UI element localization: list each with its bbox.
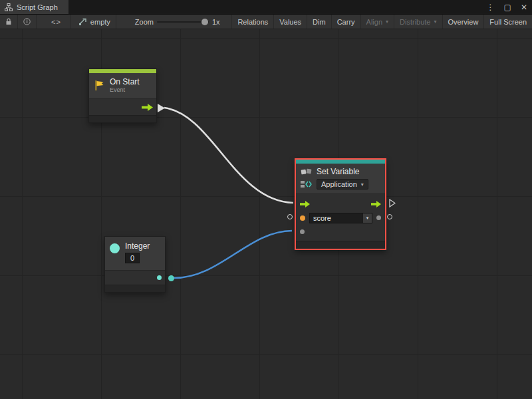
- align-dropdown-icon: ▾: [386, 19, 388, 25]
- on-start-header: On Start Event: [89, 73, 156, 98]
- scope-dropdown-icon: ▾: [361, 182, 364, 188]
- node-set-variable[interactable]: Set Variable Application ▾: [295, 158, 386, 250]
- flow-output-port[interactable]: [371, 201, 381, 207]
- on-start-title: On Start: [110, 78, 140, 86]
- set-variable-footer: [296, 241, 385, 249]
- title-bar: Script Graph ⋮ ▢ ✕: [0, 0, 532, 15]
- variable-name-dropdown-icon[interactable]: ▾: [362, 213, 372, 223]
- tab-title: Script Graph: [17, 3, 58, 11]
- variable-name-value: score: [310, 214, 362, 222]
- variable-output-port[interactable]: [376, 215, 381, 220]
- zoom-value: 1x: [212, 18, 220, 26]
- window-menu-icon[interactable]: ⋮: [482, 0, 499, 15]
- maximize-icon[interactable]: ▢: [499, 0, 516, 15]
- values-button[interactable]: Values: [274, 15, 307, 29]
- set-variable-header: Set Variable Application ▾: [296, 164, 385, 194]
- flag-icon: [94, 80, 105, 91]
- close-icon[interactable]: ✕: [516, 0, 532, 15]
- info-icon: [23, 18, 31, 25]
- pointer-label: empty: [90, 18, 110, 26]
- overview-button[interactable]: Overview: [443, 15, 485, 29]
- toolbar: <> empty Zoom 1x Relations Values Dim: [0, 15, 532, 29]
- integer-footer: [105, 285, 165, 292]
- control-wire-onstart-to-setvariable[interactable]: [164, 108, 293, 203]
- integer-ports: [105, 270, 165, 285]
- value-wire-integer-to-setvariable[interactable]: [174, 231, 292, 278]
- flow-output-port[interactable]: [142, 104, 153, 111]
- on-start-ports: [89, 98, 156, 115]
- relations-label: Relations: [237, 18, 268, 26]
- distribute-button[interactable]: Distribute ▾: [394, 15, 442, 29]
- values-label: Values: [279, 18, 301, 26]
- variable-scope-dropdown[interactable]: Application ▾: [317, 179, 368, 190]
- variable-name-row: score ▾: [296, 211, 385, 225]
- variable-name-port[interactable]: [300, 215, 305, 221]
- graph-icon: [5, 3, 13, 11]
- lock-button[interactable]: [0, 15, 18, 29]
- distribute-label: Distribute: [400, 18, 430, 26]
- align-label: Align: [366, 18, 382, 26]
- flow-out-connector-outline[interactable]: [389, 199, 396, 207]
- integer-header: Integer 0: [105, 237, 165, 270]
- zoom-group: Zoom 1x: [116, 15, 225, 29]
- set-variable-ports: score ▾: [296, 194, 385, 241]
- node-integer[interactable]: Integer 0: [104, 236, 166, 293]
- align-button[interactable]: Align ▾: [361, 15, 394, 29]
- toolbar-spacer: [225, 15, 232, 29]
- wires-layer: [0, 29, 532, 399]
- code-icon: <>: [51, 18, 61, 26]
- value-input-port[interactable]: [300, 229, 305, 234]
- variable-scope-value: Application: [321, 180, 357, 188]
- code-view-button[interactable]: <>: [37, 15, 70, 29]
- integer-output-connector[interactable]: [168, 275, 174, 281]
- carry-button[interactable]: Carry: [332, 15, 361, 29]
- info-button[interactable]: [18, 15, 37, 29]
- unconnected-input-ring[interactable]: [287, 214, 293, 219]
- graph-canvas[interactable]: On Start Event: [0, 29, 532, 399]
- lock-icon: [5, 18, 12, 25]
- fullscreen-label: Full Screen: [489, 18, 527, 26]
- value-input-row: [296, 225, 385, 239]
- relations-button[interactable]: Relations: [231, 15, 274, 29]
- overview-label: Overview: [448, 18, 479, 26]
- integer-title: Integer: [125, 241, 150, 251]
- flow-port-row: [296, 197, 385, 211]
- dim-button[interactable]: Dim: [307, 15, 332, 29]
- window-controls: ⋮ ▢ ✕: [482, 0, 532, 14]
- fullscreen-button[interactable]: Full Screen: [484, 15, 532, 29]
- node-on-start[interactable]: On Start Event: [88, 68, 157, 123]
- zoom-label: Zoom: [135, 18, 154, 26]
- dim-label: Dim: [313, 18, 326, 26]
- integer-icon: [110, 243, 120, 253]
- graph-pointer[interactable]: empty: [70, 15, 116, 29]
- variable-out-ring[interactable]: [387, 214, 392, 219]
- script-graph-window: Script Graph ⋮ ▢ ✕ <>: [0, 0, 532, 399]
- carry-label: Carry: [337, 18, 355, 26]
- on-start-subtitle: Event: [110, 86, 140, 94]
- on-start-flow-connector[interactable]: [158, 104, 165, 112]
- variable-name-field[interactable]: score ▾: [309, 213, 372, 223]
- variables-icon: [301, 168, 313, 176]
- zoom-handle[interactable]: [201, 19, 208, 25]
- integer-value-field[interactable]: 0: [125, 253, 140, 263]
- tab-script-graph[interactable]: Script Graph: [0, 0, 68, 14]
- on-start-footer: [89, 115, 156, 122]
- set-variable-title: Set Variable: [317, 167, 359, 176]
- zoom-slider[interactable]: [157, 21, 209, 23]
- distribute-dropdown-icon: ▾: [434, 19, 437, 25]
- integer-output-port[interactable]: [157, 275, 162, 280]
- pointer-icon: [79, 18, 87, 25]
- variable-code-icon: [301, 180, 313, 188]
- flow-input-port[interactable]: [300, 201, 310, 207]
